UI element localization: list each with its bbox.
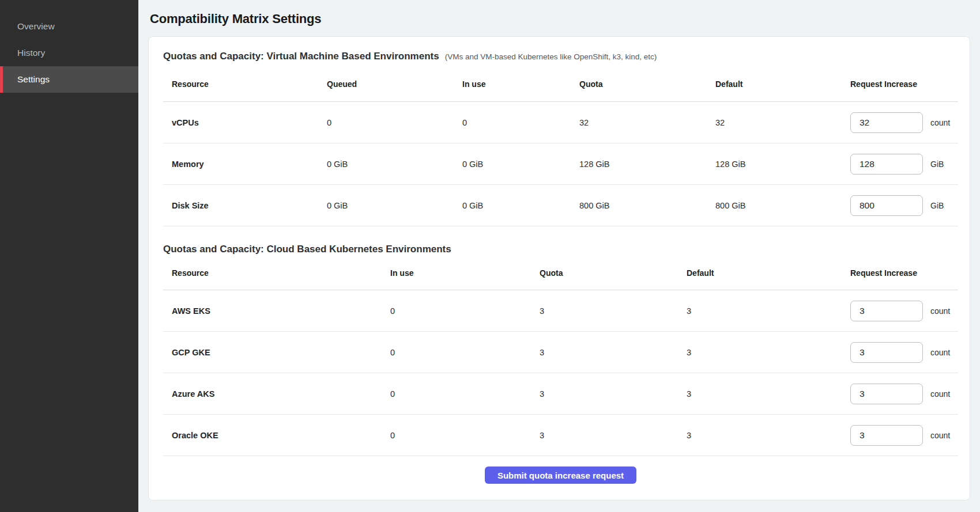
column-header-default: Default bbox=[707, 62, 842, 102]
in-use-value: 0 bbox=[454, 102, 571, 143]
unit-label: count bbox=[930, 118, 950, 127]
table-row-disk-size: Disk Size 0 GiB 0 GiB 800 GiB 800 GiB Gi… bbox=[163, 185, 958, 226]
table-row-memory: Memory 0 GiB 0 GiB 128 GiB 128 GiB GiB bbox=[163, 143, 958, 185]
unit-label: count bbox=[930, 306, 950, 316]
vcpus-request-input[interactable] bbox=[850, 112, 923, 133]
table-row-gcp-gke: GCP GKE 0 3 3 count bbox=[163, 332, 958, 373]
cloud-section-heading: Quotas and Capacity: Cloud Based Kuberne… bbox=[163, 244, 958, 255]
queued-value: 0 GiB bbox=[318, 143, 454, 185]
column-header-quota: Quota bbox=[571, 62, 707, 102]
unit-label: count bbox=[930, 348, 950, 357]
quota-value: 3 bbox=[531, 290, 678, 332]
request-increase-cell: GiB bbox=[850, 195, 958, 216]
oracle-oke-request-input[interactable] bbox=[850, 425, 923, 446]
quota-value: 3 bbox=[531, 332, 678, 373]
default-value: 32 bbox=[707, 102, 842, 143]
default-value: 3 bbox=[678, 290, 842, 332]
sidebar: Overview History Settings bbox=[0, 0, 138, 512]
column-header-request-increase: Request Increase bbox=[842, 62, 958, 102]
in-use-value: 0 GiB bbox=[454, 185, 571, 226]
azure-aks-request-input[interactable] bbox=[850, 384, 923, 404]
column-header-resource: Resource bbox=[163, 62, 318, 102]
unit-label: count bbox=[930, 431, 950, 440]
quota-value: 800 GiB bbox=[571, 185, 707, 226]
in-use-value: 0 bbox=[382, 332, 531, 373]
in-use-value: 0 bbox=[382, 290, 531, 332]
default-value: 800 GiB bbox=[707, 185, 842, 226]
column-header-resource: Resource bbox=[163, 255, 382, 290]
resource-label: GCP GKE bbox=[163, 332, 382, 373]
app-window: Overview History Settings Compatibility … bbox=[0, 0, 980, 512]
gcp-gke-request-input[interactable] bbox=[850, 342, 923, 363]
column-header-queued: Queued bbox=[318, 62, 454, 102]
sidebar-item-overview[interactable]: Overview bbox=[0, 13, 138, 40]
column-header-default: Default bbox=[678, 255, 842, 290]
aws-eks-request-input[interactable] bbox=[850, 301, 923, 321]
in-use-value: 0 GiB bbox=[454, 143, 571, 185]
sidebar-item-history[interactable]: History bbox=[0, 40, 138, 66]
vm-section-head: Quotas and Capacity: Virtual Machine Bas… bbox=[163, 51, 958, 62]
resource-label: AWS EKS bbox=[163, 290, 382, 332]
resource-label: Memory bbox=[163, 143, 318, 185]
column-header-in-use: In use bbox=[382, 255, 531, 290]
request-increase-cell: count bbox=[850, 384, 958, 404]
column-header-quota: Quota bbox=[531, 255, 678, 290]
default-value: 128 GiB bbox=[707, 143, 842, 185]
quota-value: 128 GiB bbox=[571, 143, 707, 185]
default-value: 3 bbox=[678, 415, 842, 456]
column-header-in-use: In use bbox=[454, 62, 571, 102]
sidebar-item-label: Overview bbox=[17, 21, 55, 32]
queued-value: 0 bbox=[318, 102, 454, 143]
resource-label: Oracle OKE bbox=[163, 415, 382, 456]
in-use-value: 0 bbox=[382, 373, 531, 415]
cloud-quota-section: Quotas and Capacity: Cloud Based Kuberne… bbox=[163, 244, 958, 456]
table-row-vcpus: vCPUs 0 0 32 32 count bbox=[163, 102, 958, 143]
in-use-value: 0 bbox=[382, 415, 531, 456]
request-increase-cell: count bbox=[850, 301, 958, 321]
table-row-aws-eks: AWS EKS 0 3 3 count bbox=[163, 290, 958, 332]
cloud-table-header-row: Resource In use Quota Default Request In… bbox=[163, 255, 958, 290]
default-value: 3 bbox=[678, 373, 842, 415]
vm-section-heading: Quotas and Capacity: Virtual Machine Bas… bbox=[163, 51, 439, 62]
sidebar-item-label: Settings bbox=[17, 74, 50, 85]
unit-label: GiB bbox=[930, 201, 944, 210]
request-increase-cell: count bbox=[850, 342, 958, 363]
resource-label: vCPUs bbox=[163, 102, 318, 143]
column-header-request-increase: Request Increase bbox=[842, 255, 958, 290]
resource-label: Disk Size bbox=[163, 185, 318, 226]
request-increase-cell: count bbox=[850, 112, 958, 133]
request-increase-cell: count bbox=[850, 425, 958, 446]
unit-label: GiB bbox=[930, 160, 944, 169]
table-row-azure-aks: Azure AKS 0 3 3 count bbox=[163, 373, 958, 415]
sidebar-item-label: History bbox=[17, 48, 45, 58]
quota-value: 32 bbox=[571, 102, 707, 143]
vm-quota-section: Quotas and Capacity: Virtual Machine Bas… bbox=[163, 51, 958, 226]
disk-size-request-input[interactable] bbox=[850, 195, 923, 216]
queued-value: 0 GiB bbox=[318, 185, 454, 226]
cloud-quota-table: Resource In use Quota Default Request In… bbox=[163, 255, 958, 456]
submit-row: Submit quota increase request bbox=[163, 467, 958, 484]
resource-label: Azure AKS bbox=[163, 373, 382, 415]
request-increase-cell: GiB bbox=[850, 154, 958, 175]
vm-section-subtitle: (VMs and VM-based Kubernetes like OpenSh… bbox=[445, 52, 657, 61]
quota-value: 3 bbox=[531, 373, 678, 415]
settings-card: Quotas and Capacity: Virtual Machine Bas… bbox=[148, 36, 970, 500]
page-title: Compatibility Matrix Settings bbox=[150, 12, 970, 26]
default-value: 3 bbox=[678, 332, 842, 373]
sidebar-item-settings[interactable]: Settings bbox=[0, 66, 138, 93]
vm-table-header-row: Resource Queued In use Quota Default Req… bbox=[163, 62, 958, 102]
table-row-oracle-oke: Oracle OKE 0 3 3 count bbox=[163, 415, 958, 456]
quota-value: 3 bbox=[531, 415, 678, 456]
submit-quota-increase-button[interactable]: Submit quota increase request bbox=[485, 467, 636, 484]
memory-request-input[interactable] bbox=[850, 154, 923, 175]
sidebar-nav: Overview History Settings bbox=[0, 13, 138, 93]
main-content: Compatibility Matrix Settings Quotas and… bbox=[138, 0, 980, 512]
vm-quota-table: Resource Queued In use Quota Default Req… bbox=[163, 62, 958, 226]
unit-label: count bbox=[930, 389, 950, 399]
